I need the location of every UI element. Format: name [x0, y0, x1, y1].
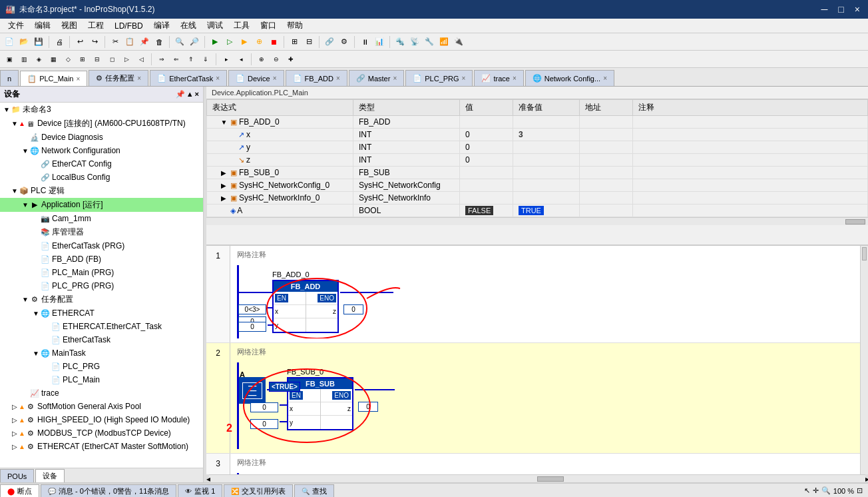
tree-item-modbus[interactable]: ▷ ▲ ⚙ MODBUS_TCP (ModbusTCP Device)	[0, 426, 203, 440]
tree-item-maintask[interactable]: ▼ 🌐 MainTask	[0, 346, 203, 360]
zoom-fit-icon[interactable]: ⊡	[857, 486, 863, 495]
y2-input-value[interactable]: 0	[250, 419, 278, 429]
status-tab-message[interactable]: 💬 消息 - 0个错误，0警告，11条消息	[41, 484, 176, 498]
tree-item-plclogic[interactable]: ▼ 📦 PLC 逻辑	[0, 184, 203, 198]
status-tab-monitor[interactable]: 👁 监视 1	[178, 484, 222, 498]
stop-button[interactable]: ⏸	[358, 35, 371, 49]
tab-plcmain[interactable]: 📋 PLC_Main ×	[20, 71, 87, 87]
menu-help[interactable]: 帮助	[282, 19, 308, 33]
table-row[interactable]: ▷ ↗ x INT 0 3	[207, 129, 868, 141]
tree-item-localbus-cfg[interactable]: ▷ 🔗 LocalBus Config	[0, 171, 203, 184]
tb2-btn17[interactable]: ⊕	[255, 53, 268, 66]
tree-item-plcprg-tree[interactable]: ▷ 📄 PLC_PRG (PRG)	[0, 279, 203, 292]
run2-button[interactable]: ▷	[223, 35, 236, 49]
expand-fbsub0[interactable]: ▶	[220, 169, 228, 177]
tab-taskconfig-close[interactable]: ×	[137, 75, 141, 82]
crosshair-icon[interactable]: ✛	[813, 486, 819, 495]
tree-item-plcprg2[interactable]: ▷ 📄 PLC_PRG	[0, 360, 203, 373]
expand-sysinfo0[interactable]: ▶	[220, 195, 228, 202]
sidebar-controls[interactable]: 📌 ▲ ×	[176, 90, 199, 99]
tab-n[interactable]: n	[0, 70, 19, 86]
close-button[interactable]: ×	[852, 4, 863, 15]
table-row[interactable]: ▶ ▣ SysHC_NetworkInfo_0 SysHC_NetworkInf…	[207, 192, 868, 205]
menu-edit[interactable]: 编辑	[29, 19, 56, 33]
tb2-btn3[interactable]: ◈	[32, 53, 45, 66]
search2-button[interactable]: 🔎	[188, 35, 201, 49]
status-tab-crossref[interactable]: 🔀 交叉引用列表	[224, 484, 293, 498]
bottom-hscroll[interactable]: ◂ ▸	[206, 474, 868, 482]
table-row[interactable]: ▶ ▣ SysHC_NetworkConfig_0 SysHC_NetworkC…	[207, 179, 868, 192]
status-tab-breakpoints[interactable]: ⬤ 断点	[0, 484, 39, 498]
menu-window[interactable]: 窗口	[255, 19, 282, 33]
tree-item-trace[interactable]: ▷ 📈 trace	[0, 386, 203, 400]
expand-syscfg0[interactable]: ▶	[220, 182, 228, 189]
right-scrollbar[interactable]	[860, 246, 868, 474]
undo-button[interactable]: ↩	[73, 35, 87, 49]
tb2-btn18[interactable]: ⊖	[270, 53, 283, 66]
sidebar-float-icon[interactable]: ▲	[186, 90, 194, 99]
cut-button[interactable]: ✂	[108, 35, 122, 49]
tb2-btn11[interactable]: ⇒	[155, 53, 168, 66]
tree-item-ethercattask[interactable]: ▷ 📄 EtherCatTask (PRG)	[0, 239, 203, 252]
x-input-value[interactable]: 0<3>	[238, 304, 266, 314]
tree-item-ethercat-task3[interactable]: ▷ 📄 EtherCatTask	[0, 333, 203, 346]
y-input-value[interactable]: 0	[238, 322, 266, 332]
tree-item-inventory[interactable]: ▷ 📚 库管理器	[0, 225, 203, 239]
connect-button[interactable]: 🔗	[323, 35, 336, 49]
tree-item-cam1mm[interactable]: ▷ 📷 Cam_1mm	[0, 212, 203, 225]
z-output-value[interactable]: 0	[343, 304, 363, 314]
tb2-btn15[interactable]: ▸	[220, 53, 233, 66]
expand-fbadd0[interactable]: ▼	[220, 119, 228, 126]
table-row[interactable]: ▼ ▣ FB_ADD_0 FB_ADD	[207, 116, 868, 129]
table-row[interactable]: ▷ ↘ z INT 0	[207, 154, 868, 167]
tab-taskconfig[interactable]: ⚙ 任务配置 ×	[89, 70, 148, 86]
table-hscroll-thumb[interactable]	[845, 219, 865, 225]
zoom-in-icon[interactable]: 🔍	[821, 486, 831, 495]
menu-ldfbd[interactable]: LD/FBD	[109, 20, 148, 32]
tree-item-root[interactable]: ▼ 📁 未命名3	[0, 103, 203, 117]
tb2-btn4[interactable]: ▦	[47, 53, 60, 66]
open-button[interactable]: 📂	[17, 35, 31, 49]
redo-button[interactable]: ↪	[88, 35, 101, 49]
tab-plcprg[interactable]: 📄 PLC_PRG ×	[405, 70, 473, 86]
tab-device-close[interactable]: ×	[273, 75, 277, 82]
menu-debug[interactable]: 调试	[202, 19, 228, 33]
tree-item-device[interactable]: ▼ ▲ 🖥 Device [连接的] (AM600-CPU1608TP/TN)	[0, 117, 203, 131]
settings-button[interactable]: ⚙	[337, 35, 351, 49]
run5-button[interactable]: ⏹	[267, 35, 280, 49]
tab-plcmain-close[interactable]: ×	[76, 75, 80, 83]
toolbar-more1[interactable]: ⊞	[288, 35, 301, 49]
tab-trace-close[interactable]: ×	[513, 75, 517, 82]
tb2-btn6[interactable]: ⊞	[76, 53, 89, 66]
hscroll-track[interactable]	[210, 476, 864, 482]
tree-item-application[interactable]: ▼ ▶ Application [运行]	[0, 198, 203, 212]
table-row[interactable]: ▷ ↗ y INT 0	[207, 141, 868, 154]
tb2-btn13[interactable]: ⇑	[184, 53, 198, 66]
menu-view[interactable]: 视图	[56, 19, 83, 33]
sidebar-tab-pous[interactable]: POUs	[0, 469, 34, 482]
tb2-btn8[interactable]: ◻	[105, 53, 118, 66]
tb2-btn19[interactable]: ✚	[284, 53, 298, 66]
tree-item-ethercat-task2[interactable]: ▷ 📄 ETHERCAT.EtherCAT_Task	[0, 320, 203, 333]
extra5-button[interactable]: 🔌	[452, 35, 465, 49]
sidebar-close-icon[interactable]: ×	[195, 90, 199, 99]
tab-plcprg-close[interactable]: ×	[462, 75, 466, 82]
table-row[interactable]: ▷ ◈ A BOOL FALSE TRUE	[207, 205, 868, 217]
tree-item-netcfg[interactable]: ▼ 🌐 Network Configuration	[0, 144, 203, 157]
tb2-btn10[interactable]: ◁	[134, 53, 148, 66]
tab-fbadd[interactable]: 📄 FB_ADD ×	[286, 70, 347, 86]
run4-button[interactable]: ⊕	[252, 35, 266, 49]
copy-button[interactable]: 📋	[123, 35, 136, 49]
tab-device[interactable]: 📄 Device ×	[228, 70, 284, 86]
extra4-button[interactable]: 📶	[437, 35, 451, 49]
search-button[interactable]: 🔍	[173, 35, 186, 49]
sidebar-pin-icon[interactable]: 📌	[176, 90, 185, 99]
scroll-thumb[interactable]	[862, 247, 867, 260]
status-tab-search[interactable]: 🔍 查找	[294, 484, 334, 498]
sidebar-tab-device[interactable]: 设备	[35, 469, 65, 482]
tree-item-diag[interactable]: ▷ 🔬 Device Diagnosis	[0, 131, 203, 144]
menu-online[interactable]: 在线	[175, 19, 202, 33]
tree-item-plcmain2[interactable]: ▷ 📄 PLC_Main	[0, 373, 203, 386]
tb2-btn14[interactable]: ⇓	[199, 53, 212, 66]
title-bar-controls[interactable]: ─ □ ×	[818, 4, 863, 15]
